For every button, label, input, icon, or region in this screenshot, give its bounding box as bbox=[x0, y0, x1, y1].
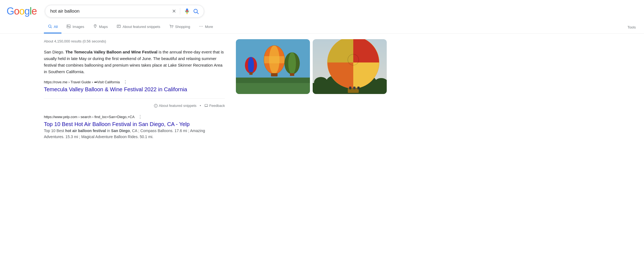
featured-snippet: San Diego. The Temecula Valley Balloon a… bbox=[44, 49, 225, 93]
svg-point-16 bbox=[202, 26, 203, 27]
shopping-nav-icon bbox=[169, 24, 173, 29]
feedback-text: Feedback bbox=[209, 104, 225, 108]
result-link[interactable]: Top 10 Best Hot Air Balloon Festival in … bbox=[44, 121, 190, 127]
search-bar: ✕ bbox=[45, 5, 204, 18]
svg-point-25 bbox=[248, 57, 254, 73]
images-nav-icon bbox=[66, 24, 71, 29]
tab-news[interactable]: About featured snippets bbox=[113, 21, 164, 33]
tab-news-label: About featured snippets bbox=[123, 25, 160, 29]
snippet-url: https://rove.me › Travel Guide › ➡Visit … bbox=[44, 79, 225, 85]
clear-icon[interactable]: ✕ bbox=[172, 8, 176, 14]
svg-line-3 bbox=[197, 12, 198, 14]
tab-maps-label: Maps bbox=[99, 25, 108, 29]
svg-rect-26 bbox=[249, 72, 253, 75]
tab-images-label: Images bbox=[72, 25, 84, 29]
search-nav-icon bbox=[48, 24, 52, 29]
svg-point-8 bbox=[95, 25, 96, 26]
results-count: About 4,150,000 results (0.56 seconds) bbox=[44, 39, 225, 43]
tab-all[interactable]: All bbox=[44, 21, 61, 33]
header: Google ✕ bbox=[0, 0, 644, 21]
result-url: https://www.yelp.com › search › find_loc… bbox=[44, 114, 225, 119]
google-logo[interactable]: Google bbox=[7, 5, 37, 17]
search-divider bbox=[180, 8, 180, 15]
search-input[interactable] bbox=[50, 8, 169, 14]
svg-point-19 bbox=[156, 105, 156, 105]
tab-more[interactable]: More bbox=[195, 21, 217, 33]
search-button[interactable] bbox=[193, 8, 199, 14]
result-three-dots[interactable]: ⋮ bbox=[138, 114, 142, 119]
svg-rect-37 bbox=[290, 73, 294, 76]
tab-maps[interactable]: Maps bbox=[89, 21, 112, 33]
svg-rect-23 bbox=[236, 78, 310, 83]
tools-button[interactable]: Tools bbox=[628, 22, 644, 33]
svg-point-14 bbox=[200, 26, 200, 27]
snippet-text: San Diego. The Temecula Valley Balloon a… bbox=[44, 49, 225, 75]
svg-point-12 bbox=[170, 27, 171, 28]
result-item: https://www.yelp.com › search › find_loc… bbox=[44, 114, 225, 140]
main-content: About 4,150,000 results (0.56 seconds) S… bbox=[0, 34, 644, 146]
about-snippets-text: About featured snippets bbox=[159, 104, 196, 108]
snippet-result-link[interactable]: Temecula Valley Balloon & Wine Festival … bbox=[44, 86, 187, 92]
about-snippets-link[interactable]: About featured snippets bbox=[154, 104, 196, 108]
result-image-2[interactable] bbox=[313, 39, 387, 94]
images-column bbox=[236, 39, 387, 94]
svg-point-36 bbox=[288, 52, 296, 74]
tab-all-label: All bbox=[54, 25, 58, 29]
more-nav-icon bbox=[199, 24, 203, 29]
svg-rect-9 bbox=[117, 25, 120, 27]
tab-shopping[interactable]: Shopping bbox=[165, 21, 194, 33]
maps-nav-icon bbox=[93, 24, 97, 29]
results-column: About 4,150,000 results (0.56 seconds) S… bbox=[44, 39, 225, 146]
svg-point-7 bbox=[68, 25, 69, 26]
result-image-1[interactable] bbox=[236, 39, 310, 94]
divider bbox=[44, 98, 225, 99]
feedback-link[interactable]: Feedback bbox=[204, 104, 225, 108]
snippet-url-text: https://rove.me › Travel Guide › ➡Visit … bbox=[44, 80, 120, 84]
result-description: Top 10 Best hot air balloon festival in … bbox=[44, 128, 225, 140]
svg-rect-6 bbox=[67, 25, 70, 28]
about-snippets-bar: About featured snippets • Feedback bbox=[44, 104, 225, 108]
snippet-three-dots[interactable]: ⋮ bbox=[123, 79, 128, 85]
tab-shopping-label: Shopping bbox=[175, 25, 190, 29]
svg-rect-50 bbox=[353, 87, 355, 89]
tab-more-label: More bbox=[205, 25, 213, 29]
svg-rect-32 bbox=[264, 56, 285, 63]
svg-rect-34 bbox=[271, 73, 278, 76]
result-url-text: https://www.yelp.com › search › find_loc… bbox=[44, 115, 135, 119]
info-icon bbox=[154, 104, 158, 108]
svg-point-15 bbox=[201, 26, 201, 27]
snippet-bold: The Temecula Valley Balloon and Wine Fes… bbox=[65, 50, 157, 54]
nav-tabs: All Images Maps About feat bbox=[0, 21, 644, 34]
feedback-icon bbox=[204, 104, 208, 108]
mic-icon[interactable] bbox=[184, 8, 190, 14]
tab-images[interactable]: Images bbox=[63, 21, 88, 33]
about-dot: • bbox=[200, 104, 201, 108]
svg-point-13 bbox=[172, 27, 173, 28]
svg-point-41 bbox=[314, 77, 328, 88]
svg-line-5 bbox=[51, 27, 52, 28]
news-nav-icon bbox=[117, 24, 121, 29]
